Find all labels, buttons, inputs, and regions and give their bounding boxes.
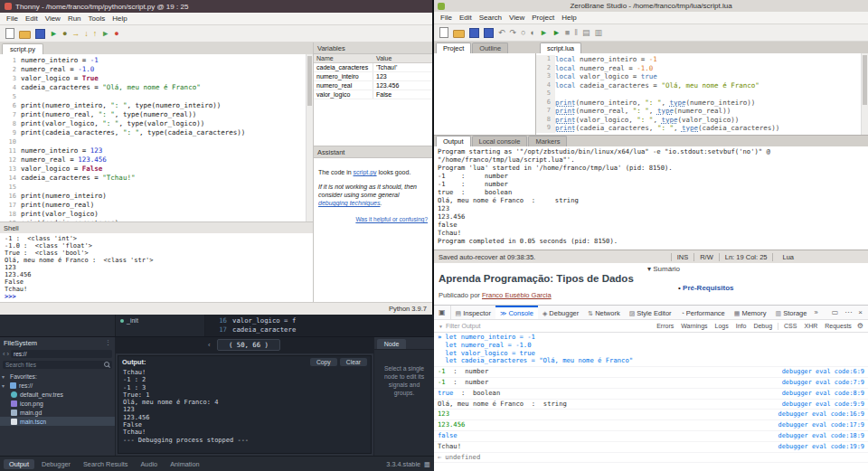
zerobrane-titlebar[interactable]: ZeroBrane Studio - /home/franco/tmp/lua/… xyxy=(434,0,868,12)
step-out-button[interactable]: ↑ xyxy=(93,29,98,39)
devtools-tab-network[interactable]: ⇅Network xyxy=(583,306,624,319)
scrollbar-thumb[interactable] xyxy=(307,56,312,106)
filter-errors[interactable]: Errors xyxy=(655,323,675,329)
back-icon[interactable]: ‹ xyxy=(3,350,5,358)
script-member[interactable]: _init xyxy=(120,317,200,324)
thonny-menu-tools[interactable]: Tools xyxy=(85,14,109,23)
variable-row[interactable]: numero_inteiro123 xyxy=(314,72,432,81)
bottom-tab-animation[interactable]: Animation xyxy=(165,459,204,469)
bottom-tab-debugger[interactable]: Debugger xyxy=(36,459,76,469)
break-button[interactable]: ‖ xyxy=(574,28,578,38)
variable-row[interactable]: numero_real123.456 xyxy=(314,81,432,90)
console-source-link[interactable]: debugger eval code:9:9 xyxy=(775,400,864,409)
stop-process-button[interactable]: ■ xyxy=(565,28,570,38)
console-source-link[interactable]: debugger eval code:17:9 xyxy=(771,421,864,429)
devtools-tab-performance[interactable]: ◔Performance xyxy=(676,306,730,319)
lua-code-editor[interactable]: 1local numero_inteiro = -12local numero_… xyxy=(536,53,868,135)
open-file-button[interactable] xyxy=(19,31,31,39)
thonny-shell[interactable]: -1 : <class 'int'>-1.0 : <class 'float'>… xyxy=(0,233,313,302)
script-py-link[interactable]: script.py xyxy=(354,169,377,175)
tab-project[interactable]: Project xyxy=(436,42,471,53)
tab-local-console[interactable]: Local console xyxy=(472,136,528,146)
save-button[interactable] xyxy=(469,28,479,38)
filter-info[interactable]: Info xyxy=(734,323,749,329)
replace-button[interactable]: ◐ xyxy=(531,28,535,38)
devtools-tab-storage[interactable]: ▥Storage xyxy=(771,306,812,319)
devtools-tab-debugger[interactable]: ◈Debugger xyxy=(538,306,583,319)
console-view-button[interactable]: ▥ xyxy=(594,28,602,38)
devtools-tab-memory[interactable]: ▦Memory xyxy=(730,306,771,319)
step-over-button[interactable]: → xyxy=(71,29,80,39)
tab-markers[interactable]: Markers xyxy=(528,136,567,146)
godot-output-console[interactable]: Tchau!-1 : 2-1 : 3True: 1Olá, meu nome é… xyxy=(118,368,371,453)
project-tree[interactable] xyxy=(434,53,536,135)
save-button[interactable] xyxy=(35,29,45,39)
bottom-tab-output[interactable]: Output xyxy=(4,459,34,469)
script-list-panel[interactable] xyxy=(0,315,116,336)
summary-toggle[interactable]: ▾ Sumário xyxy=(647,265,680,273)
save-all-button[interactable] xyxy=(484,28,494,38)
forward-icon[interactable]: › xyxy=(7,350,10,358)
pick-element-icon[interactable]: ▣ xyxy=(434,306,451,319)
start-debugging-button[interactable]: ► xyxy=(552,28,561,38)
redo-button[interactable]: ↷ xyxy=(510,28,517,38)
editor-scrollbar[interactable] xyxy=(861,53,868,135)
devtools-close-icon[interactable]: × xyxy=(858,308,863,316)
new-file-button[interactable] xyxy=(439,27,448,38)
zbs-menu-edit[interactable]: Edit xyxy=(456,14,476,22)
bottom-tab-search-results[interactable]: Search Results xyxy=(78,459,133,469)
console-source-link[interactable]: debugger eval code:6:9 xyxy=(775,368,864,376)
clear-button[interactable]: Clear xyxy=(340,358,367,366)
thonny-menu-edit[interactable]: Edit xyxy=(22,14,42,23)
chevron-left-icon[interactable]: ‹ xyxy=(208,341,211,349)
filter-input[interactable]: Filter Output xyxy=(446,323,481,329)
thonny-code-editor[interactable]: 1numero_inteiro = -12numero_real = -1.03… xyxy=(0,54,313,221)
filter-css[interactable]: CSS xyxy=(782,323,798,329)
console-source-link[interactable]: debugger eval code:16:9 xyxy=(771,410,864,419)
devtools-tab-style-editor[interactable]: ▨Style Editor xyxy=(625,306,676,319)
tab-output[interactable]: Output xyxy=(436,136,471,146)
devtools-menu-icon[interactable]: ⋯ xyxy=(844,308,852,316)
filter-debug[interactable]: Debug xyxy=(751,323,774,329)
editor-tab-script-lua[interactable]: script.lua xyxy=(540,42,581,53)
debugging-techniques-link[interactable]: debugging techniques xyxy=(318,200,381,206)
fs-item-res-[interactable]: ▾res:// xyxy=(0,381,115,390)
new-file-button[interactable] xyxy=(5,28,14,39)
console-source-link[interactable]: debugger eval code:7:9 xyxy=(775,379,864,387)
editor-scrollbar[interactable] xyxy=(306,54,313,221)
variable-row[interactable]: valor_logicoFalse xyxy=(314,90,432,99)
zerobrane-output[interactable]: Program starting as '"/opt/zbstudio/bin/… xyxy=(434,146,868,250)
responsive-mode-icon[interactable]: ▭ xyxy=(832,308,839,316)
editor-tab-script-py[interactable]: script.py xyxy=(2,43,43,54)
path-breadcrumb[interactable]: res:// xyxy=(11,350,112,358)
variable-row[interactable]: cadeia_caracteres'Tchau!' xyxy=(314,63,432,72)
filter-xhr[interactable]: XHR xyxy=(802,323,819,329)
gdscript-code[interactable]: 16valor_logico = f17cadeia_caractere xyxy=(205,315,434,336)
zbs-menu-search[interactable]: Search xyxy=(476,14,505,22)
thonny-menu-help[interactable]: Help xyxy=(108,14,130,23)
devtools-tab-console[interactable]: ≫Console xyxy=(495,306,538,319)
debug-button[interactable]: ● xyxy=(62,29,67,39)
undo-button[interactable]: ↶ xyxy=(498,28,505,38)
thonny-menu-file[interactable]: File xyxy=(3,14,22,23)
console-source-link[interactable]: debugger eval code:8:9 xyxy=(775,390,864,398)
tab-overflow-icon[interactable]: » xyxy=(811,306,820,319)
fs-item-main-tscn[interactable]: main.tscn xyxy=(0,417,115,426)
zbs-menu-file[interactable]: File xyxy=(437,14,456,22)
run-script-button[interactable]: ► xyxy=(50,29,58,39)
fs-item-icon-png[interactable]: icon.png xyxy=(0,399,115,408)
fs-item-default-env-tres[interactable]: default_env.tres xyxy=(0,390,115,399)
project-view-button[interactable]: ▤ xyxy=(582,28,590,38)
scrollbar-thumb[interactable] xyxy=(863,55,867,105)
console-settings-icon[interactable]: ⚙ xyxy=(857,322,863,330)
bottom-tab-audio[interactable]: Audio xyxy=(135,459,163,469)
zbs-menu-project[interactable]: Project xyxy=(528,14,558,22)
thonny-menu-run[interactable]: Run xyxy=(64,14,85,23)
node-dock-tab[interactable]: Node xyxy=(377,339,406,349)
stop-button[interactable]: ● xyxy=(114,29,118,39)
filter-logs[interactable]: Logs xyxy=(713,323,731,329)
filter-requests[interactable]: Requests xyxy=(823,323,854,329)
step-into-button[interactable]: ↓ xyxy=(84,29,89,39)
copy-button[interactable]: Copy xyxy=(310,358,337,366)
thonny-titlebar[interactable]: Thonny - /home/franco/tmp/python/script.… xyxy=(0,0,432,13)
